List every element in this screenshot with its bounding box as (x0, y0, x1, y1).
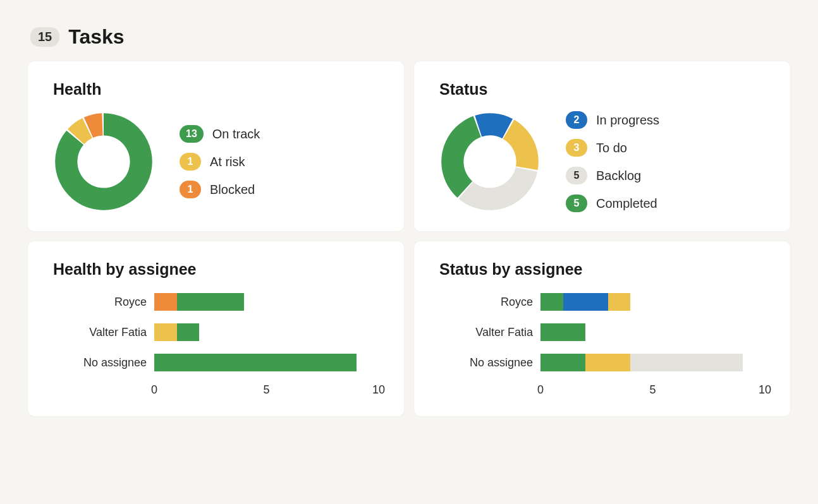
legend-item[interactable]: 1Blocked (180, 181, 260, 198)
bar-row: Valter Fatia (53, 321, 379, 343)
legend-count-badge: 2 (566, 111, 587, 129)
axis-tick: 0 (537, 383, 544, 397)
axis-tick: 10 (759, 383, 771, 397)
bar-segment (630, 354, 743, 371)
card-status: Status 2In progress3To do5Backlog5Comple… (414, 61, 790, 231)
legend-item[interactable]: 13On track (180, 125, 260, 143)
bar-category-label: Valter Fatia (439, 326, 540, 339)
bar-row: Royce (439, 291, 765, 313)
status-legend: 2In progress3To do5Backlog5Completed (566, 111, 659, 212)
legend-item[interactable]: 5Completed (566, 195, 659, 212)
bar-row: Royce (53, 291, 379, 313)
legend-label: In progress (596, 113, 659, 128)
legend-label: Completed (596, 196, 657, 211)
bar-segment (154, 293, 177, 311)
bar-segment (608, 293, 631, 311)
bar-segment (177, 293, 245, 311)
axis-tick: 10 (372, 383, 385, 397)
legend-label: On track (212, 127, 260, 141)
legend-count-badge: 1 (180, 181, 201, 198)
bar-segment (540, 293, 563, 311)
axis-tick: 5 (263, 383, 269, 397)
bar-category-label: Royce (53, 296, 154, 309)
card-title-health-by-assignee: Health by assignee (53, 260, 379, 279)
health-donut-chart (53, 111, 154, 212)
donut-segment (503, 119, 539, 170)
bar-segment (154, 354, 357, 371)
bar-segment (154, 323, 177, 341)
legend-item[interactable]: 1At risk (180, 153, 260, 171)
bar-row: No assignee (53, 352, 379, 373)
bar-row: No assignee (439, 352, 765, 373)
bar-segment (540, 354, 585, 371)
bar-row: Valter Fatia (439, 321, 765, 343)
bar-track (154, 323, 379, 341)
bar-segment (563, 293, 608, 311)
donut-segment (459, 167, 537, 210)
bar-segment (177, 323, 200, 341)
legend-label: Blocked (210, 183, 255, 197)
axis-tick: 5 (649, 383, 656, 397)
bar-track (540, 354, 765, 371)
legend-label: At risk (210, 155, 245, 169)
health-by-assignee-chart: RoyceValter FatiaNo assignee0510 (53, 291, 379, 397)
legend-count-badge: 3 (566, 139, 587, 157)
health-legend: 13On track1At risk1Blocked (180, 125, 260, 198)
bar-category-label: No assignee (439, 356, 540, 369)
legend-count-badge: 1 (180, 153, 201, 171)
card-title-health: Health (53, 80, 379, 99)
legend-item[interactable]: 5Backlog (566, 167, 659, 184)
legend-count-badge: 5 (566, 195, 587, 212)
legend-count-badge: 13 (180, 125, 204, 143)
legend-item[interactable]: 3To do (566, 139, 659, 157)
legend-label: To do (596, 141, 627, 155)
dashboard-grid: Health 13On track1At risk1Blocked Status… (28, 61, 790, 416)
x-axis: 0510 (53, 382, 379, 397)
legend-count-badge: 5 (566, 167, 587, 184)
x-axis: 0510 (439, 382, 765, 397)
task-count-badge: 15 (30, 27, 59, 47)
card-health: Health 13On track1At risk1Blocked (28, 61, 404, 231)
bar-category-label: Royce (439, 296, 540, 309)
bar-track (540, 293, 765, 311)
bar-track (540, 323, 765, 341)
legend-label: Backlog (596, 169, 641, 183)
card-title-status: Status (439, 80, 765, 99)
status-by-assignee-chart: RoyceValter FatiaNo assignee0510 (439, 291, 765, 397)
bar-segment (540, 323, 585, 341)
status-donut-chart (439, 111, 540, 212)
card-health-by-assignee: Health by assignee RoyceValter FatiaNo a… (28, 241, 404, 416)
axis-tick: 0 (151, 383, 157, 397)
page-header: 15 Tasks (28, 25, 790, 49)
bar-track (154, 354, 379, 371)
page-title: Tasks (68, 25, 124, 49)
bar-category-label: No assignee (53, 356, 154, 369)
bar-track (154, 293, 379, 311)
card-status-by-assignee: Status by assignee RoyceValter FatiaNo a… (414, 241, 790, 416)
bar-segment (585, 354, 630, 371)
bar-category-label: Valter Fatia (53, 326, 154, 339)
card-title-status-by-assignee: Status by assignee (439, 260, 765, 279)
legend-item[interactable]: 2In progress (566, 111, 659, 129)
